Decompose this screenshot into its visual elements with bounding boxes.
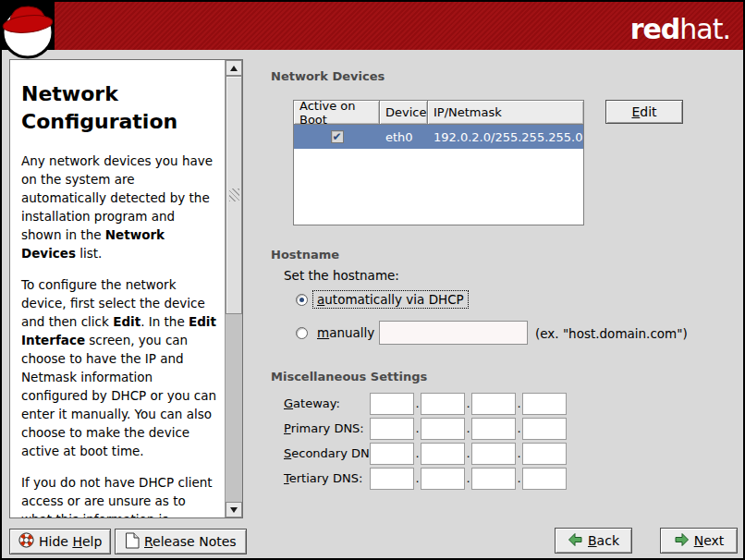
network-devices-table: Active on Boot Device IP/Netmask ✔ eth0 … — [293, 100, 584, 225]
up-arrow-icon — [230, 66, 238, 71]
scrollbar-thumb[interactable] — [226, 76, 242, 314]
wordmark-red: red — [630, 13, 680, 45]
help-content: Network Configuration Any network device… — [10, 60, 225, 517]
help-scrollbar[interactable] — [225, 60, 242, 517]
down-arrow-icon — [230, 507, 238, 513]
active-on-boot-checkbox[interactable]: ✔ — [331, 130, 344, 143]
octet-dot: . — [465, 421, 471, 435]
tertiary-dns-octet-2[interactable] — [421, 468, 465, 490]
redhat-shadowman-logo-icon — [2, 2, 61, 63]
tertiary-dns-octet-4[interactable] — [522, 468, 567, 490]
secondary-dns-octet-3[interactable] — [471, 443, 516, 465]
network-devices-section-label: Network Devices — [271, 69, 385, 83]
device-cell: eth0 — [380, 130, 428, 144]
secondary-dns-row: Secondary DNS: ... — [284, 441, 567, 466]
primary-dns-row: Primary DNS: ... — [284, 416, 567, 441]
redhat-wordmark: redhat. — [630, 13, 730, 45]
octet-dot: . — [516, 421, 522, 435]
secondary-dns-label: Secondary DNS: — [284, 446, 370, 460]
radio-manual[interactable] — [296, 327, 308, 339]
top-banner: redhat. — [2, 2, 743, 50]
gateway-octet-3[interactable] — [471, 393, 516, 415]
primary-dns-octet-3[interactable] — [471, 418, 516, 440]
release-notes-button[interactable]: Release Notes — [115, 529, 247, 554]
help-paragraph: To configure the network device, first s… — [21, 275, 217, 460]
auto-dhcp-radio-row[interactable]: automatically via DHCP — [296, 291, 468, 308]
column-header-device[interactable]: Device — [380, 101, 428, 125]
gateway-row: Gateway: ... — [284, 391, 567, 416]
octet-dot: . — [465, 471, 471, 485]
manual-radio-row[interactable]: manually — [296, 324, 378, 341]
hostname-section-label: Hostname — [271, 248, 339, 262]
misc-settings-section-label: Miscellaneous Settings — [271, 370, 427, 383]
scroll-down-button[interactable] — [226, 502, 242, 517]
secondary-dns-octet-4[interactable] — [522, 443, 567, 465]
table-row-eth0[interactable]: ✔ eth0 192.0.2.0/255.255.255.0 — [294, 125, 583, 149]
octet-dot: . — [414, 421, 421, 435]
help-paragraphs: Any network devices you have on the syst… — [21, 152, 217, 517]
primary-dns-octet-4[interactable] — [522, 418, 567, 440]
back-arrow-icon — [568, 532, 583, 550]
secondary-dns-octet-1[interactable] — [370, 443, 414, 465]
octet-dot: . — [516, 446, 522, 460]
primary-dns-octet-1[interactable] — [370, 418, 414, 440]
column-header-active-on-boot[interactable]: Active on Boot — [294, 101, 380, 125]
tertiary-dns-octet-3[interactable] — [471, 468, 516, 490]
misc-settings-grid: Gateway: ... Primary DNS: ... Secondary … — [284, 391, 567, 491]
scroll-up-button[interactable] — [226, 60, 242, 76]
back-button[interactable]: Back — [555, 528, 632, 554]
hide-help-button[interactable]: Hide Help — [9, 529, 111, 554]
set-hostname-prompt: Set the hostname: — [284, 268, 399, 283]
wordmark-hat: hat. — [679, 13, 730, 45]
gateway-octet-2[interactable] — [421, 393, 465, 415]
tertiary-dns-label: Tertiary DNS: — [284, 471, 370, 485]
column-header-ip-netmask[interactable]: IP/Netmask — [428, 101, 583, 125]
next-arrow-icon — [674, 532, 690, 550]
help-paragraph: If you do not have DHCP client access or… — [21, 473, 217, 517]
primary-dns-label: Primary DNS: — [284, 421, 370, 435]
gateway-octet-4[interactable] — [522, 393, 567, 415]
edit-button[interactable]: Edit — [605, 100, 683, 124]
octet-dot: . — [414, 471, 421, 485]
gateway-octet-1[interactable] — [370, 393, 414, 415]
help-paragraph: Any network devices you have on the syst… — [21, 152, 217, 262]
octet-dot: . — [414, 446, 421, 460]
auto-dhcp-radio-label[interactable]: automatically via DHCP — [313, 291, 468, 308]
radio-auto-dhcp[interactable] — [296, 294, 308, 306]
gateway-label: Gateway: — [284, 396, 370, 410]
tertiary-dns-row: Tertiary DNS: ... — [284, 466, 567, 491]
help-panel: Network Configuration Any network device… — [9, 59, 243, 518]
octet-dot: . — [465, 396, 471, 410]
manual-hostname-input[interactable] — [379, 321, 528, 345]
octet-dot: . — [465, 446, 471, 460]
help-title: Network Configuration — [21, 80, 217, 135]
manual-radio-label[interactable]: manually — [313, 324, 378, 341]
table-header-row: Active on Boot Device IP/Netmask — [294, 101, 583, 125]
next-button[interactable]: Next — [660, 528, 738, 554]
secondary-dns-octet-2[interactable] — [421, 443, 465, 465]
life-preserver-icon — [18, 532, 34, 551]
octet-dot: . — [516, 471, 522, 485]
document-icon — [125, 532, 140, 552]
primary-dns-octet-2[interactable] — [421, 418, 465, 440]
installer-window: redhat. Network Configuration Any networ… — [0, 0, 745, 560]
hostname-example-hint: (ex. "host.domain.com") — [535, 326, 688, 341]
tertiary-dns-octet-1[interactable] — [370, 468, 414, 490]
octet-dot: . — [516, 396, 522, 410]
ip-netmask-cell: 192.0.2.0/255.255.255.0 — [428, 130, 583, 144]
octet-dot: . — [414, 396, 421, 410]
